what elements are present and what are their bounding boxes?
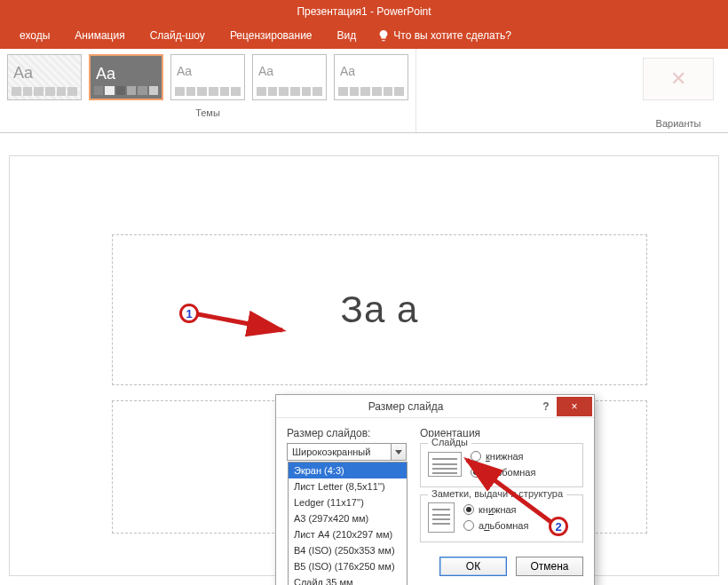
- landscape-icon: [428, 452, 462, 477]
- ribbon-group-themes: Aa Aa Aa Aa Aa Темы: [0, 49, 416, 132]
- ribbon-tabbar: еходы Анимация Слайд-шоу Рецензирование …: [0, 22, 728, 49]
- theme-thumb[interactable]: Aa: [89, 54, 163, 100]
- dropdown-option[interactable]: A3 (297x420 мм): [289, 510, 407, 526]
- slide-size-combo[interactable]: Широкоэкранный Экран (4:3)Лист Letter (8…: [287, 443, 407, 461]
- radio-notes-portrait[interactable]: книжная: [463, 504, 528, 515]
- app-title: Презентация1 - PowerPoint: [297, 5, 431, 18]
- theme-thumb[interactable]: Aa: [7, 54, 82, 100]
- dropdown-option[interactable]: B5 (ISO) (176x250 мм): [289, 558, 407, 574]
- radio-label: альбомная: [479, 520, 528, 531]
- portrait-icon: [428, 502, 455, 533]
- tab-label: Вид: [337, 29, 357, 42]
- button-label: ОК: [466, 560, 480, 573]
- radio-icon: [471, 451, 481, 462]
- tell-me[interactable]: Что вы хотите сделать?: [377, 29, 511, 42]
- radio-slides-landscape[interactable]: альбомная: [471, 467, 535, 478]
- close-icon: ×: [571, 400, 577, 413]
- radio-icon: [463, 504, 474, 515]
- chevron-down-icon: [395, 450, 402, 455]
- lightbulb-icon: [377, 29, 390, 42]
- ribbon: Aa Aa Aa Aa Aa Темы ✕ Варианты: [0, 49, 728, 133]
- dialog-titlebar[interactable]: Размер слайда ? ×: [276, 395, 594, 418]
- x-icon: ✕: [670, 67, 686, 91]
- dropdown-option[interactable]: Экран (4:3): [289, 462, 407, 478]
- orientation-slides-fieldset: Слайды ккнижнаянижная альбомная: [420, 443, 583, 487]
- combo-value: Широкоэкранный: [288, 447, 391, 457]
- dialog-title: Размер слайда: [276, 400, 535, 413]
- tab-label: Слайд-шоу: [150, 29, 205, 42]
- tell-me-label: Что вы хотите сделать?: [393, 29, 511, 42]
- cancel-button[interactable]: Отмена: [516, 557, 583, 576]
- ribbon-group-variants: ✕ Варианты: [636, 49, 721, 132]
- ribbon-group-label: Варианты: [636, 104, 721, 134]
- slide-size-dropdown: Экран (4:3)Лист Letter (8,5x11'')Ledger …: [288, 462, 408, 585]
- button-label: Отмена: [530, 560, 568, 573]
- tab-animation[interactable]: Анимация: [62, 22, 137, 49]
- theme-thumb[interactable]: Aa: [334, 54, 408, 100]
- dropdown-option[interactable]: Лист Letter (8,5x11''): [289, 478, 407, 494]
- radio-label: книжная: [479, 504, 517, 515]
- slide-size-dialog: Размер слайда ? × Размер слайдов: Широко…: [275, 394, 595, 585]
- ok-button[interactable]: ОК: [439, 557, 507, 576]
- tab-review[interactable]: Рецензирование: [218, 22, 325, 49]
- orientation-slides-legend: Слайды: [428, 437, 471, 447]
- radio-icon: [471, 467, 481, 478]
- variant-thumb[interactable]: ✕: [643, 58, 714, 100]
- slide-title-text: За а: [341, 289, 419, 331]
- dialog-help-button[interactable]: ?: [535, 400, 557, 413]
- window-titlebar: Презентация1 - PowerPoint: [0, 0, 728, 22]
- tab-transitions[interactable]: еходы: [7, 22, 62, 49]
- radio-label: ккнижнаянижная: [486, 451, 524, 462]
- tab-label: Анимация: [75, 29, 124, 42]
- slide-title-placeholder[interactable]: За а: [112, 234, 647, 385]
- slide-area: За а Размер слайда ? × Размер слайдов: Ш…: [0, 133, 728, 585]
- orientation-notes-fieldset: Заметки, выдачи и структура книжная альб…: [420, 494, 583, 542]
- theme-thumb[interactable]: Aa: [252, 54, 327, 100]
- radio-label: альбомная: [486, 467, 535, 478]
- radio-notes-landscape[interactable]: альбомная: [463, 520, 528, 531]
- dropdown-option[interactable]: B4 (ISO) (250x353 мм): [289, 542, 407, 558]
- dropdown-option[interactable]: Ledger (11x17''): [289, 494, 407, 510]
- radio-slides-portrait[interactable]: ккнижнаянижная: [471, 451, 535, 462]
- tab-label: еходы: [20, 29, 50, 42]
- tab-slideshow[interactable]: Слайд-шоу: [138, 22, 218, 49]
- orientation-notes-legend: Заметки, выдачи и структура: [428, 488, 566, 499]
- combo-dropdown-button[interactable]: [391, 444, 406, 460]
- slide-size-label: Размер слайдов:: [287, 427, 411, 439]
- ribbon-group-label: Темы: [0, 104, 415, 123]
- radio-icon: [463, 520, 474, 531]
- tab-label: Рецензирование: [230, 29, 313, 42]
- dialog-close-button[interactable]: ×: [557, 397, 592, 416]
- dropdown-option[interactable]: Лист A4 (210x297 мм): [289, 526, 407, 542]
- tab-view[interactable]: Вид: [325, 22, 369, 49]
- theme-thumb[interactable]: Aa: [170, 54, 245, 100]
- dropdown-option[interactable]: Слайд 35 мм: [289, 574, 407, 585]
